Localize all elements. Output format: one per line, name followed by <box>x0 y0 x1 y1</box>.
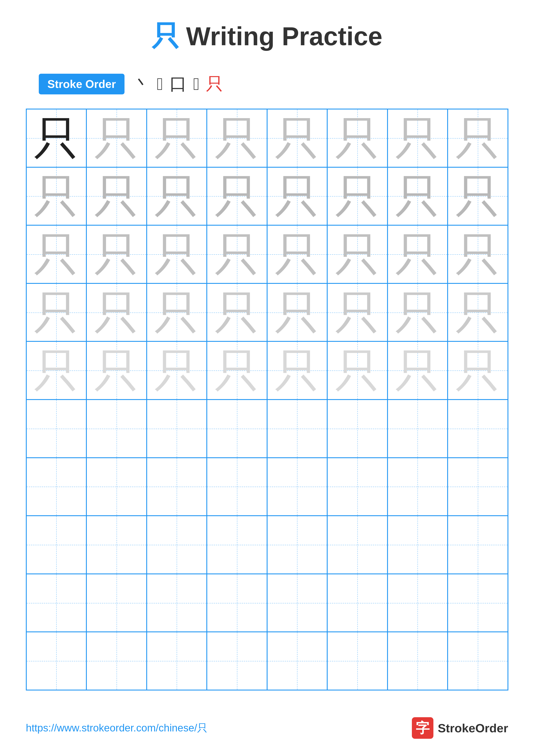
grid-cell[interactable]: 只 <box>87 341 147 399</box>
practice-char: 只 <box>154 348 199 393</box>
grid-cell[interactable] <box>267 516 327 574</box>
grid-cell[interactable] <box>447 632 508 690</box>
grid-cell[interactable] <box>26 458 87 516</box>
grid-cell[interactable] <box>26 574 87 632</box>
grid-cell[interactable]: 只 <box>87 109 147 167</box>
grid-cell[interactable]: 只 <box>147 284 207 341</box>
grid-cell[interactable]: 只 <box>147 225 207 284</box>
grid-cell[interactable] <box>87 399 147 458</box>
grid-cell[interactable]: 只 <box>207 167 267 226</box>
grid-cell[interactable]: 只 <box>207 225 267 284</box>
grid-cell[interactable] <box>147 632 207 690</box>
grid-cell[interactable] <box>267 458 327 516</box>
practice-char: 只 <box>335 174 380 219</box>
grid-cell[interactable] <box>327 458 388 516</box>
grid-cell[interactable]: 只 <box>447 109 508 167</box>
grid-cell[interactable] <box>327 632 388 690</box>
grid-cell[interactable] <box>327 574 388 632</box>
grid-cell[interactable] <box>447 516 508 574</box>
grid-cell[interactable]: 只 <box>388 341 448 399</box>
practice-char: 只 <box>154 290 199 335</box>
grid-cell[interactable] <box>267 632 327 690</box>
grid-cell[interactable]: 只 <box>447 167 508 226</box>
grid-cell[interactable] <box>267 399 327 458</box>
grid-cell[interactable]: 只 <box>207 109 267 167</box>
grid-cell[interactable]: 只 <box>447 341 508 399</box>
footer-logo-icon: 字 <box>412 717 433 739</box>
grid-cell[interactable]: 只 <box>26 284 87 341</box>
grid-cell[interactable] <box>87 458 147 516</box>
grid-cell[interactable]: 只 <box>267 167 327 226</box>
practice-char: 只 <box>395 232 440 277</box>
grid-cell[interactable] <box>147 399 207 458</box>
grid-cell[interactable]: 只 <box>327 167 388 226</box>
grid-cell[interactable] <box>447 458 508 516</box>
grid-cell[interactable]: 只 <box>327 284 388 341</box>
grid-cell[interactable] <box>26 399 87 458</box>
practice-char: 只 <box>274 116 320 161</box>
grid-cell[interactable] <box>327 399 388 458</box>
grid-cell[interactable] <box>147 516 207 574</box>
grid-cell[interactable] <box>207 632 267 690</box>
grid-cell[interactable]: 只 <box>388 225 448 284</box>
grid-cell[interactable]: 只 <box>87 167 147 226</box>
grid-cell[interactable]: 只 <box>327 225 388 284</box>
grid-cell[interactable] <box>388 574 448 632</box>
grid-cell[interactable]: 只 <box>388 109 448 167</box>
grid-cell[interactable] <box>388 399 448 458</box>
grid-cell[interactable] <box>87 516 147 574</box>
grid-cell[interactable]: 只 <box>26 341 87 399</box>
grid-cell[interactable]: 只 <box>327 109 388 167</box>
grid-cell[interactable] <box>26 516 87 574</box>
grid-cell[interactable]: 只 <box>87 225 147 284</box>
grid-cell[interactable]: 只 <box>447 225 508 284</box>
grid-cell[interactable] <box>447 399 508 458</box>
practice-char: 只 <box>214 290 260 335</box>
title-chinese-char: 只 <box>152 17 180 55</box>
grid-cell[interactable] <box>207 516 267 574</box>
grid-cell[interactable] <box>87 574 147 632</box>
grid-cell[interactable]: 只 <box>447 284 508 341</box>
grid-cell[interactable]: 只 <box>267 109 327 167</box>
grid-cell[interactable]: 只 <box>388 167 448 226</box>
grid-cell[interactable]: 只 <box>147 167 207 226</box>
grid-cell[interactable] <box>207 399 267 458</box>
grid-cell[interactable] <box>388 632 448 690</box>
grid-cell[interactable] <box>87 632 147 690</box>
practice-char: 只 <box>395 348 440 393</box>
grid-cell[interactable]: 只 <box>87 284 147 341</box>
grid-cell[interactable] <box>267 574 327 632</box>
grid-cell[interactable]: 只 <box>26 225 87 284</box>
practice-char: 只 <box>335 348 380 393</box>
grid-cell[interactable] <box>147 574 207 632</box>
grid-cell[interactable] <box>327 516 388 574</box>
practice-char: 只 <box>94 348 139 393</box>
grid-cell[interactable] <box>388 516 448 574</box>
grid-cell[interactable]: 只 <box>267 225 327 284</box>
grid-cell[interactable] <box>388 458 448 516</box>
grid-cell[interactable]: 只 <box>267 284 327 341</box>
grid-cell[interactable] <box>147 458 207 516</box>
stroke-2: 𠃍 <box>157 74 163 94</box>
stroke-3: 口 <box>169 72 187 96</box>
grid-cell[interactable]: 只 <box>207 284 267 341</box>
page-title: 只 Writing Practice <box>152 17 382 55</box>
practice-char: 只 <box>94 232 139 277</box>
grid-cell[interactable]: 只 <box>388 284 448 341</box>
grid-cell[interactable] <box>447 574 508 632</box>
practice-char: 只 <box>455 174 500 219</box>
grid-cell[interactable] <box>207 458 267 516</box>
grid-cell[interactable]: 只 <box>147 341 207 399</box>
grid-cell[interactable]: 只 <box>327 341 388 399</box>
practice-char: 只 <box>274 174 320 219</box>
grid-cell[interactable]: 只 <box>26 167 87 226</box>
grid-cell[interactable]: 只 <box>26 109 87 167</box>
practice-char: 只 <box>214 116 260 161</box>
stroke-5: 只 <box>206 72 223 96</box>
grid-cell[interactable] <box>26 632 87 690</box>
grid-cell[interactable]: 只 <box>147 109 207 167</box>
grid-cell[interactable]: 只 <box>207 341 267 399</box>
grid-cell[interactable] <box>207 574 267 632</box>
grid-cell[interactable]: 只 <box>267 341 327 399</box>
footer-url: https://www.strokeorder.com/chinese/只 <box>26 721 207 735</box>
